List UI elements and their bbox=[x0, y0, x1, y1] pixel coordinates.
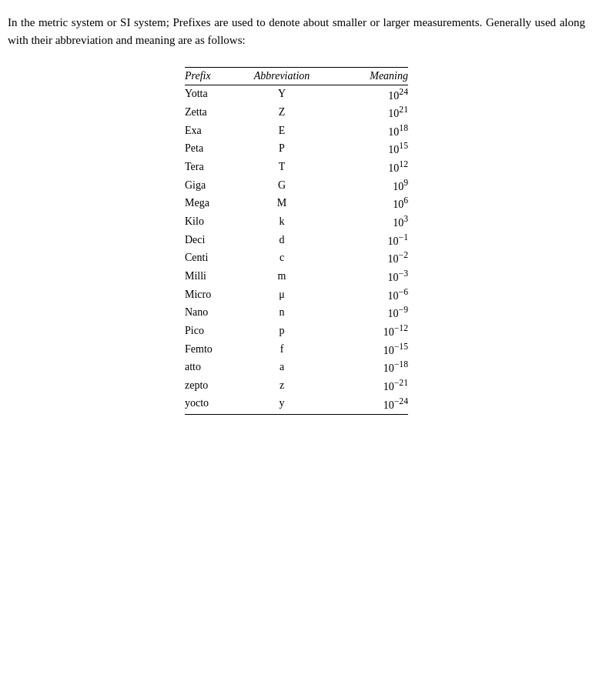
prefix-cell: zepto bbox=[185, 376, 246, 395]
meaning-cell: 1018 bbox=[339, 122, 408, 140]
meaning-cell: 10−6 bbox=[339, 286, 408, 304]
meaning-cell: 106 bbox=[339, 194, 408, 212]
table-wrapper: Prefix Abbreviation Meaning YottaY1024Ze… bbox=[8, 67, 585, 416]
prefix-cell: Exa bbox=[185, 122, 246, 140]
prefix-cell: Femto bbox=[185, 340, 246, 359]
meaning-cell: 109 bbox=[339, 176, 408, 195]
abbreviation-cell: G bbox=[246, 176, 339, 195]
abbreviation-cell: p bbox=[246, 322, 339, 340]
prefix-cell: yocto bbox=[185, 395, 246, 415]
prefix-cell: Pico bbox=[185, 322, 246, 340]
abbreviation-cell: c bbox=[246, 249, 339, 267]
table-row: PetaP1015 bbox=[185, 139, 408, 158]
col-header-abbreviation: Abbreviation bbox=[246, 67, 339, 85]
abbreviation-cell: y bbox=[246, 395, 339, 415]
table-row: Centic10−2 bbox=[185, 249, 408, 267]
abbreviation-cell: m bbox=[246, 267, 339, 286]
table-row: Femtof10−15 bbox=[185, 340, 408, 359]
abbreviation-cell: T bbox=[246, 158, 339, 176]
meaning-cell: 10−15 bbox=[339, 340, 408, 359]
table-row: attoa10−18 bbox=[185, 358, 408, 376]
table-header-row: Prefix Abbreviation Meaning bbox=[185, 67, 408, 85]
meaning-cell: 10−18 bbox=[339, 358, 408, 376]
prefix-cell: Yotta bbox=[185, 85, 246, 103]
prefix-cell: atto bbox=[185, 358, 246, 376]
prefix-table: Prefix Abbreviation Meaning YottaY1024Ze… bbox=[185, 67, 408, 416]
table-row: Kilok103 bbox=[185, 212, 408, 231]
prefix-cell: Deci bbox=[185, 231, 246, 249]
abbreviation-cell: d bbox=[246, 231, 339, 249]
table-row: Decid10−1 bbox=[185, 231, 408, 249]
table-row: Millim10−3 bbox=[185, 267, 408, 286]
col-header-meaning: Meaning bbox=[339, 67, 408, 85]
prefix-cell: Mega bbox=[185, 194, 246, 212]
meaning-cell: 10−12 bbox=[339, 322, 408, 340]
meaning-cell: 1021 bbox=[339, 103, 408, 122]
prefix-cell: Giga bbox=[185, 176, 246, 195]
abbreviation-cell: z bbox=[246, 376, 339, 395]
prefix-cell: Nano bbox=[185, 303, 246, 322]
table-row: Picop10−12 bbox=[185, 322, 408, 340]
abbreviation-cell: f bbox=[246, 340, 339, 359]
meaning-cell: 1024 bbox=[339, 85, 408, 103]
abbreviation-cell: E bbox=[246, 122, 339, 140]
meaning-cell: 10−9 bbox=[339, 303, 408, 322]
prefix-cell: Peta bbox=[185, 139, 246, 158]
prefix-cell: Micro bbox=[185, 286, 246, 304]
col-header-prefix: Prefix bbox=[185, 67, 246, 85]
abbreviation-cell: n bbox=[246, 303, 339, 322]
meaning-cell: 10−2 bbox=[339, 249, 408, 267]
intro-paragraph: In the metric system or SI system; Prefi… bbox=[8, 14, 585, 50]
prefix-cell: Zetta bbox=[185, 103, 246, 122]
prefix-cell: Tera bbox=[185, 158, 246, 176]
table-row: MegaM106 bbox=[185, 194, 408, 212]
table-row: TeraT1012 bbox=[185, 158, 408, 176]
abbreviation-cell: P bbox=[246, 139, 339, 158]
abbreviation-cell: a bbox=[246, 358, 339, 376]
table-row: Nanon10−9 bbox=[185, 303, 408, 322]
prefix-cell: Milli bbox=[185, 267, 246, 286]
meaning-cell: 10−1 bbox=[339, 231, 408, 249]
table-row: yoctoy10−24 bbox=[185, 395, 408, 415]
abbreviation-cell: Z bbox=[246, 103, 339, 122]
abbreviation-cell: M bbox=[246, 194, 339, 212]
table-row: GigaG109 bbox=[185, 176, 408, 195]
prefix-cell: Centi bbox=[185, 249, 246, 267]
table-row: YottaY1024 bbox=[185, 85, 408, 103]
meaning-cell: 10−24 bbox=[339, 395, 408, 415]
meaning-cell: 103 bbox=[339, 212, 408, 231]
meaning-cell: 10−21 bbox=[339, 376, 408, 395]
meaning-cell: 1015 bbox=[339, 139, 408, 158]
meaning-cell: 10−3 bbox=[339, 267, 408, 286]
table-row: zeptoz10−21 bbox=[185, 376, 408, 395]
meaning-cell: 1012 bbox=[339, 158, 408, 176]
prefix-cell: Kilo bbox=[185, 212, 246, 231]
table-row: ExaE1018 bbox=[185, 122, 408, 140]
abbreviation-cell: Y bbox=[246, 85, 339, 103]
table-row: ZettaZ1021 bbox=[185, 103, 408, 122]
table-row: Microμ10−6 bbox=[185, 286, 408, 304]
abbreviation-cell: μ bbox=[246, 286, 339, 304]
abbreviation-cell: k bbox=[246, 212, 339, 231]
